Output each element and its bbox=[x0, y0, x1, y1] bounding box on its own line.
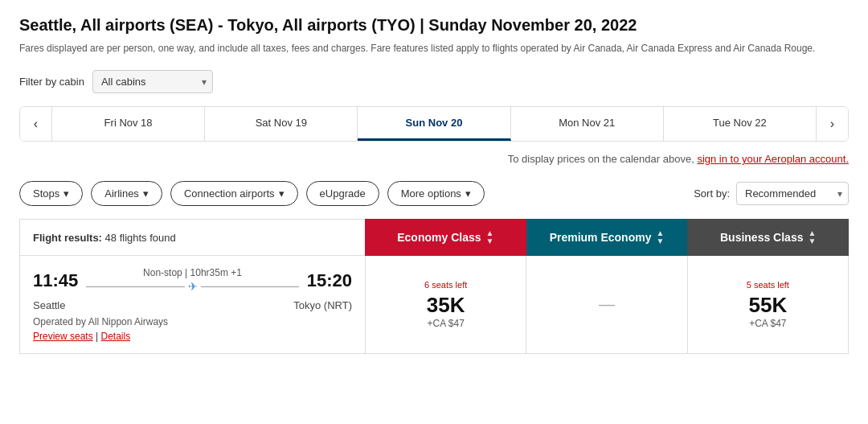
economy-sort-arrows[interactable]: ▲▼ bbox=[486, 229, 494, 245]
details-link[interactable]: Details bbox=[101, 331, 131, 342]
eupgrade-button[interactable]: eUpgrade bbox=[306, 181, 379, 206]
filter-cabin-label: Filter by cabin bbox=[19, 76, 84, 88]
business-fare-cell[interactable]: 5 seats left 55K +CA $47 bbox=[688, 256, 848, 353]
stops-filter-button[interactable]: Stops ▾ bbox=[19, 181, 83, 206]
line-right bbox=[201, 286, 299, 287]
business-cash: +CA $47 bbox=[749, 318, 786, 329]
from-city: Seattle bbox=[33, 299, 65, 311]
filter-cabin-row: Filter by cabin All cabins Economy Class… bbox=[19, 70, 849, 93]
to-city: Tokyo (NRT) bbox=[293, 299, 352, 311]
sort-area: Sort by: Recommended Price Duration Depa… bbox=[694, 182, 849, 205]
calendar-day-sat[interactable]: Sat Nov 19 bbox=[205, 107, 358, 141]
calendar-day-mon[interactable]: Mon Nov 21 bbox=[511, 107, 664, 141]
plane-icon: ✈ bbox=[188, 280, 198, 293]
page-title: Seattle, All airports (SEA) - Tokyo, All… bbox=[19, 16, 849, 35]
stops-chevron-icon: ▾ bbox=[63, 187, 69, 200]
arrive-time: 15:20 bbox=[307, 270, 352, 291]
flight-info-cell: 11:45 Non-stop | 10hr35m +1 ✈ 15:20 Seat… bbox=[20, 256, 366, 353]
filters-bar: Stops ▾ Airlines ▾ Connection airports ▾… bbox=[19, 181, 849, 206]
premium-sort-arrows[interactable]: ▲▼ bbox=[656, 229, 664, 245]
business-class-column-header[interactable]: Business Class ▲▼ bbox=[687, 219, 849, 256]
calendar-prev-button[interactable]: ‹ bbox=[20, 107, 52, 141]
sort-select[interactable]: Recommended Price Duration Departure bbox=[736, 182, 849, 205]
table-row: 11:45 Non-stop | 10hr35m +1 ✈ 15:20 Seat… bbox=[19, 256, 849, 354]
calendar-day-sun[interactable]: Sun Nov 20 bbox=[358, 107, 510, 141]
flight-line: ✈ bbox=[86, 280, 298, 293]
sort-select-wrapper[interactable]: Recommended Price Duration Departure bbox=[736, 182, 849, 205]
depart-time: 11:45 bbox=[33, 270, 78, 291]
business-seats-left: 5 seats left bbox=[747, 280, 789, 290]
business-points: 55K bbox=[748, 293, 787, 318]
economy-fare-cell[interactable]: 6 seats left 35K +CA $47 bbox=[366, 256, 526, 353]
results-header-text: Flight results: 48 flights found bbox=[33, 232, 176, 244]
sort-label: Sort by: bbox=[694, 187, 730, 200]
calendar-day-tue[interactable]: Tue Nov 22 bbox=[664, 107, 816, 141]
filter-cabin-select-wrapper[interactable]: All cabins Economy Class Premium Economy… bbox=[92, 70, 213, 93]
preview-seats-link[interactable]: Preview seats bbox=[33, 331, 93, 342]
signin-link[interactable]: sign in to your Aeroplan account. bbox=[697, 153, 849, 165]
results-header: Flight results: 48 flights found Economy… bbox=[19, 219, 849, 256]
page-subtitle: Fares displayed are per person, one way,… bbox=[19, 41, 849, 56]
connection-chevron-icon: ▾ bbox=[279, 187, 285, 200]
flight-times: 11:45 Non-stop | 10hr35m +1 ✈ 15:20 bbox=[33, 267, 352, 294]
economy-points: 35K bbox=[427, 293, 465, 318]
more-options-button[interactable]: More options ▾ bbox=[387, 181, 485, 206]
connection-filter-button[interactable]: Connection airports ▾ bbox=[170, 181, 298, 206]
economy-seats-left: 6 seats left bbox=[424, 280, 467, 290]
stops-info: Non-stop | 10hr35m +1 bbox=[86, 267, 298, 278]
premium-dash: — bbox=[599, 295, 615, 314]
operated-by: Operated by All Nippon Airways bbox=[33, 316, 352, 327]
calendar-day-fri[interactable]: Fri Nov 18 bbox=[52, 107, 205, 141]
calendar-next-button[interactable]: › bbox=[816, 107, 848, 141]
economy-cash: +CA $47 bbox=[427, 318, 464, 329]
flight-duration: Non-stop | 10hr35m +1 ✈ bbox=[78, 267, 306, 294]
flight-cities: Seattle Tokyo (NRT) bbox=[33, 299, 352, 311]
results-label: Flight results: 48 flights found bbox=[19, 219, 365, 256]
premium-economy-column-header[interactable]: Premium Economy ▲▼ bbox=[526, 219, 688, 256]
calendar-nav: ‹ Fri Nov 18 Sat Nov 19 Sun Nov 20 Mon N… bbox=[19, 106, 849, 142]
airlines-filter-button[interactable]: Airlines ▾ bbox=[91, 181, 162, 206]
line-left bbox=[86, 286, 184, 287]
premium-fare-cell: — bbox=[526, 256, 687, 353]
more-options-chevron-icon: ▾ bbox=[465, 187, 471, 200]
business-sort-arrows[interactable]: ▲▼ bbox=[808, 229, 816, 245]
preview-details: Preview seats | Details bbox=[33, 331, 352, 342]
airlines-chevron-icon: ▾ bbox=[143, 187, 149, 200]
filter-cabin-select[interactable]: All cabins Economy Class Premium Economy… bbox=[92, 70, 213, 93]
economy-class-column-header[interactable]: Economy Class ▲▼ bbox=[365, 219, 526, 256]
signin-notice-text: To display prices on the calendar above, bbox=[508, 153, 698, 165]
signin-notice: To display prices on the calendar above,… bbox=[19, 153, 849, 165]
